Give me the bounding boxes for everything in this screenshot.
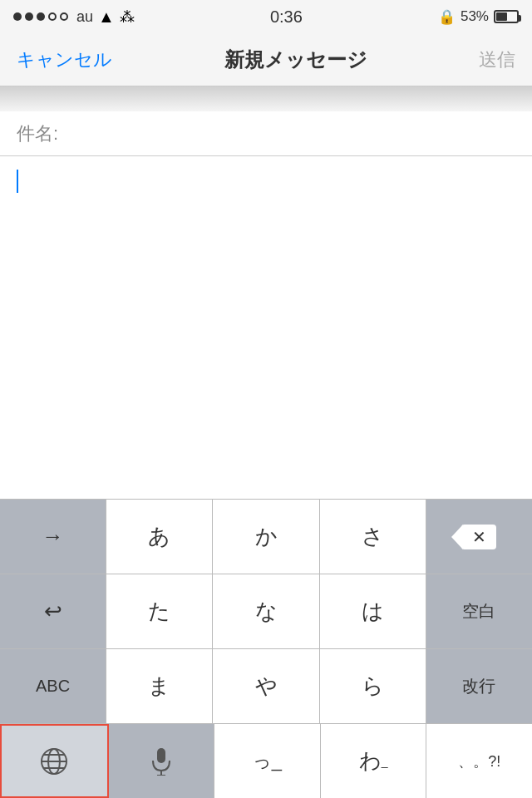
status-time: 0:36 bbox=[270, 7, 303, 27]
battery-icon bbox=[494, 10, 519, 23]
battery-pct: 53% bbox=[461, 8, 489, 25]
status-right: 🔒 53% bbox=[438, 8, 519, 26]
body-area[interactable] bbox=[0, 156, 532, 306]
subject-row: 件名: bbox=[0, 111, 532, 156]
key-delete[interactable]: ✕ bbox=[426, 500, 532, 574]
key-undo[interactable]: ↩ bbox=[0, 574, 106, 648]
delete-icon: ✕ bbox=[461, 525, 496, 549]
subject-label: 件名: bbox=[17, 121, 58, 146]
svg-rect-7 bbox=[157, 748, 165, 763]
status-bar: au ▲ ⁂ 0:36 🔒 53% bbox=[0, 0, 532, 33]
key-a[interactable]: あ bbox=[106, 500, 213, 574]
key-punctuation[interactable]: 、。?! bbox=[426, 724, 532, 798]
top-fade bbox=[0, 86, 532, 111]
keyboard-row-4: っ_ わ_ 、。?! bbox=[0, 723, 532, 798]
key-globe[interactable] bbox=[0, 724, 109, 798]
key-sa[interactable]: さ bbox=[320, 500, 426, 574]
key-na[interactable]: な bbox=[213, 574, 319, 648]
signal-dots bbox=[13, 12, 68, 21]
keyboard: → あ か さ ✕ ↩ た な は 空白 ABC ま や ら 改行 bbox=[0, 499, 532, 798]
key-small-tsu[interactable]: っ_ bbox=[214, 724, 321, 798]
key-wa[interactable]: わ_ bbox=[321, 724, 427, 798]
key-enter[interactable]: 改行 bbox=[426, 649, 532, 723]
page-title: 新規メッセージ bbox=[224, 47, 367, 73]
key-ma[interactable]: ま bbox=[106, 649, 213, 723]
key-ya[interactable]: や bbox=[213, 649, 319, 723]
nav-bar: キャンセル 新規メッセージ 送信 bbox=[0, 33, 532, 86]
key-ta[interactable]: た bbox=[106, 574, 213, 648]
lock-icon: 🔒 bbox=[438, 8, 456, 26]
key-ra[interactable]: ら bbox=[320, 649, 426, 723]
keyboard-row-1: → あ か さ ✕ bbox=[0, 499, 532, 574]
key-mic[interactable] bbox=[109, 724, 215, 798]
subject-input[interactable] bbox=[65, 123, 515, 145]
key-abc[interactable]: ABC bbox=[0, 649, 106, 723]
mic-icon bbox=[151, 747, 171, 776]
wifi-icon: ▲ bbox=[98, 7, 115, 27]
globe-icon bbox=[39, 746, 69, 776]
send-button[interactable]: 送信 bbox=[479, 47, 515, 72]
keyboard-row-2: ↩ た な は 空白 bbox=[0, 574, 532, 648]
carrier-label: au bbox=[76, 8, 93, 26]
key-ka[interactable]: か bbox=[213, 500, 319, 574]
key-ha[interactable]: は bbox=[320, 574, 426, 648]
cancel-button[interactable]: キャンセル bbox=[17, 47, 112, 72]
key-space[interactable]: 空白 bbox=[426, 574, 532, 648]
sync-icon: ⁂ bbox=[120, 7, 135, 26]
text-cursor bbox=[17, 170, 18, 193]
status-left: au ▲ ⁂ bbox=[13, 7, 135, 27]
keyboard-row-3: ABC ま や ら 改行 bbox=[0, 648, 532, 723]
key-arrow[interactable]: → bbox=[0, 500, 106, 574]
